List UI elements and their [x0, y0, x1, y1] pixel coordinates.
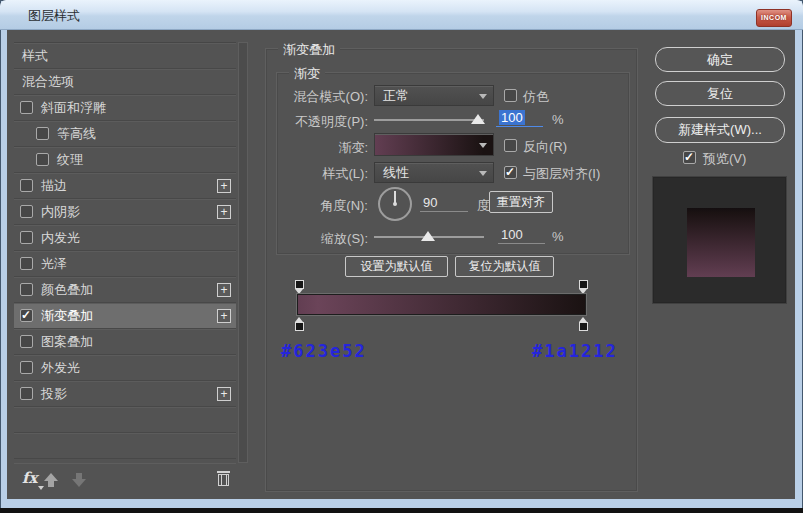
effect-enable-checkbox[interactable] — [20, 387, 33, 400]
cancel-button[interactable]: 复位 — [655, 81, 785, 106]
chevron-down-icon — [479, 171, 487, 176]
align-with-layer-label: 与图层对齐(I) — [523, 165, 600, 183]
effects-list-item-7[interactable]: 内发光 — [14, 225, 236, 251]
effects-list-empty-row — [14, 407, 236, 433]
preview-label: 预览(V) — [703, 150, 746, 168]
color-stop-right[interactable] — [578, 317, 589, 331]
effect-label: 混合选项 — [22, 73, 74, 91]
close-button[interactable]: INCOM — [756, 9, 792, 27]
effect-enable-checkbox[interactable] — [20, 231, 33, 244]
effect-enable-checkbox[interactable] — [20, 283, 33, 296]
align-with-layer-checkbox[interactable] — [504, 166, 517, 179]
effect-enable-checkbox[interactable] — [20, 101, 33, 114]
effects-list-item-8[interactable]: 光泽 — [14, 251, 236, 277]
fx-menu-button[interactable]: fx — [22, 469, 37, 487]
window-title: 图层样式 — [28, 7, 80, 25]
effects-list: 样式混合选项斜面和浮雕等高线纹理描边+内阴影+内发光光泽颜色叠加+渐变叠加+图案… — [14, 42, 236, 463]
color-stop-left[interactable] — [294, 317, 305, 331]
reverse-label: 反向(R) — [523, 138, 567, 156]
style-label: 样式(L): — [270, 165, 368, 183]
effects-list-item-5[interactable]: 描边+ — [14, 173, 236, 199]
effect-label: 投影 — [41, 385, 67, 403]
blend-mode-select[interactable]: 正常 — [374, 85, 494, 106]
opacity-selected-text: 100 — [499, 110, 525, 125]
delete-effect-button[interactable] — [217, 471, 230, 486]
effect-label: 内发光 — [41, 229, 80, 247]
blend-mode-label: 混合模式(O): — [270, 88, 368, 106]
angle-hub — [393, 202, 397, 206]
add-effect-instance-button[interactable]: + — [217, 387, 231, 401]
effect-enable-checkbox[interactable] — [36, 153, 49, 166]
effect-enable-checkbox[interactable] — [20, 361, 33, 374]
add-effect-instance-button[interactable]: + — [217, 179, 231, 193]
opacity-slider-thumb[interactable] — [471, 114, 485, 124]
effect-label: 颜色叠加 — [41, 281, 93, 299]
effect-label: 样式 — [22, 47, 48, 65]
effects-list-item-11[interactable]: 图案叠加 — [14, 329, 236, 355]
start-hex-annotation: #623e52 — [281, 341, 367, 361]
group-title: 渐变 — [289, 65, 325, 83]
reverse-checkbox[interactable] — [504, 139, 517, 152]
preview-checkbox[interactable] — [683, 151, 696, 164]
title-bar[interactable]: 图层样式 INCOM — [0, 0, 803, 30]
opacity-field[interactable]: 100 — [496, 110, 543, 127]
angle-label: 角度(N): — [270, 197, 368, 215]
layer-style-dialog: 图层样式 INCOM 样式混合选项斜面和浮雕等高线纹理描边+内阴影+内发光光泽颜… — [0, 0, 803, 513]
effects-list-item-3[interactable]: 等高线 — [14, 121, 236, 147]
effect-label: 描边 — [41, 177, 67, 195]
effect-label: 斜面和浮雕 — [41, 99, 106, 117]
scale-field[interactable]: 100 — [498, 227, 545, 244]
panel-title: 渐变叠加 — [278, 41, 340, 59]
make-default-button[interactable]: 设置为默认值 — [345, 256, 448, 277]
scale-unit: % — [552, 229, 564, 244]
effect-enable-checkbox[interactable] — [20, 205, 33, 218]
preview-swatch — [652, 176, 787, 304]
add-effect-instance-button[interactable]: + — [217, 283, 231, 297]
opacity-stop-right[interactable] — [578, 280, 589, 294]
window-bottom-edge — [0, 508, 803, 513]
effect-enable-checkbox[interactable] — [20, 179, 33, 192]
reset-alignment-button[interactable]: 重置对齐 — [489, 191, 553, 213]
effects-list-item-12[interactable]: 外发光 — [14, 355, 236, 381]
effects-list-item-10[interactable]: 渐变叠加+ — [14, 303, 236, 329]
effect-enable-checkbox[interactable] — [20, 335, 33, 348]
effect-enable-checkbox[interactable] — [36, 127, 49, 140]
ok-button[interactable]: 确定 — [655, 47, 785, 72]
new-style-button[interactable]: 新建样式(W)... — [655, 117, 785, 143]
dither-label: 仿色 — [523, 88, 549, 106]
chevron-down-icon — [479, 94, 487, 99]
effects-list-item-1[interactable]: 混合选项 — [14, 69, 236, 95]
style-value: 线性 — [383, 165, 409, 180]
preview-gradient-square — [687, 208, 755, 277]
effect-label: 外发光 — [41, 359, 80, 377]
end-hex-annotation: #1a1212 — [532, 341, 618, 361]
reset-default-button[interactable]: 复位为默认值 — [455, 256, 554, 277]
effect-enable-checkbox[interactable] — [20, 257, 33, 270]
move-effect-up-button[interactable] — [44, 473, 58, 487]
effects-list-item-4[interactable]: 纹理 — [14, 147, 236, 173]
add-effect-instance-button[interactable]: + — [217, 205, 231, 219]
move-effect-down-button[interactable] — [72, 473, 86, 487]
opacity-stop-left[interactable] — [294, 280, 305, 294]
chevron-down-icon — [479, 143, 487, 148]
scale-slider-thumb[interactable] — [421, 231, 435, 241]
effects-list-item-2[interactable]: 斜面和浮雕 — [14, 95, 236, 121]
effects-list-scrollbar[interactable] — [238, 42, 248, 463]
effects-list-item-6[interactable]: 内阴影+ — [14, 199, 236, 225]
effects-list-item-13[interactable]: 投影+ — [14, 381, 236, 407]
opacity-slider-track[interactable] — [374, 119, 484, 121]
add-effect-instance-button[interactable]: + — [217, 309, 231, 323]
effect-label: 渐变叠加 — [41, 307, 93, 325]
angle-field[interactable]: 90 — [420, 195, 468, 212]
effect-label: 内阴影 — [41, 203, 80, 221]
gradient-editor-bar[interactable] — [297, 294, 586, 315]
dither-checkbox[interactable] — [504, 89, 517, 102]
effect-enable-checkbox[interactable] — [20, 309, 33, 322]
effect-label: 纹理 — [57, 151, 83, 169]
effects-list-item-0[interactable]: 样式 — [14, 43, 236, 69]
angle-dial[interactable] — [378, 187, 412, 221]
effects-list-item-9[interactable]: 颜色叠加+ — [14, 277, 236, 303]
gradient-picker[interactable] — [374, 133, 494, 156]
style-select[interactable]: 线性 — [374, 162, 494, 183]
opacity-label: 不透明度(P): — [270, 113, 368, 131]
